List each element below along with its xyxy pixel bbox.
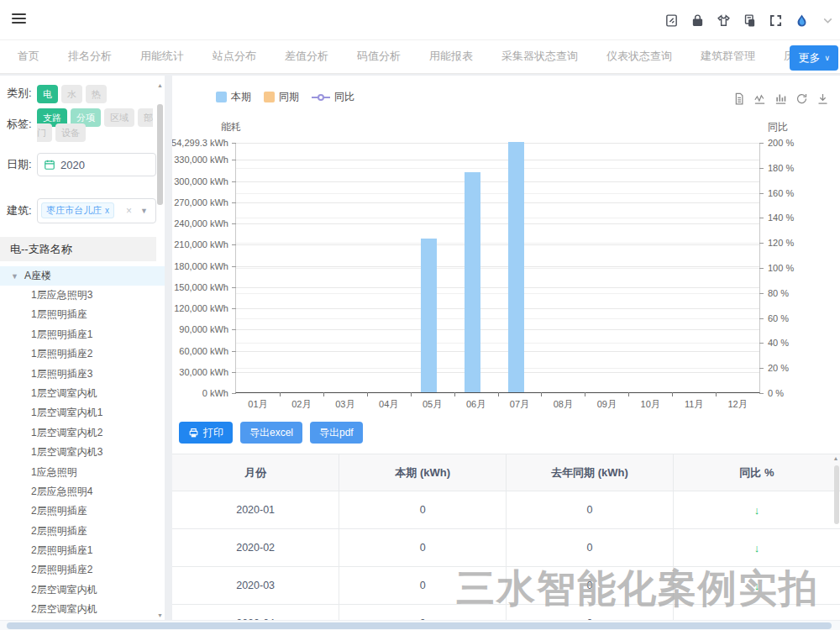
table-cell: 2020-02 [172,529,339,567]
export-pdf-label: 导出pdf [319,426,354,440]
right-axis-tick [759,218,764,218]
nav-tab-码值分析[interactable]: 码值分析 [343,40,415,74]
scrollbar-thumb[interactable] [157,104,163,205]
bar-06月[interactable] [465,172,480,392]
table-header-cell: 月份 [172,454,339,491]
legend-item-本期[interactable]: 本期 [216,90,251,104]
nav-tab-建筑群管理[interactable]: 建筑群管理 [686,40,769,74]
print-button[interactable]: 打印 [179,422,233,444]
export-excel-button[interactable]: 导出excel [240,422,302,444]
tree-node-leaf[interactable]: 1层空调室内机2 [0,423,165,443]
table-scrollbar-thumb[interactable] [834,465,839,524]
tree-node-leaf[interactable]: 1层照明插座1 [0,325,165,344]
tree-node-leaf[interactable]: 2层照明插座 [0,522,165,541]
tree-node-leaf[interactable]: 2层应急照明4 [0,482,165,501]
more-button[interactable]: 更多 ∨ [790,45,838,71]
tag-close-icon[interactable]: x [105,206,109,216]
tree-node-leaf[interactable]: 2层空调室内机 [0,580,165,600]
legend-item-同比[interactable]: 同比 [312,90,354,104]
nav-tab-label: 码值分析 [357,50,401,62]
horizontal-scrollbar[interactable] [0,621,840,630]
bar-chart-icon[interactable] [774,92,787,105]
top-bar [0,0,840,40]
table-row: 2020-0400↓ [172,605,840,621]
nav-tab-label: 用能统计 [140,50,184,62]
left-axis-tick [232,372,236,373]
theme-shirt-icon[interactable] [716,13,731,28]
sidebar-scrollbar[interactable]: ▲ ▼ [155,82,165,618]
gridline-left-axis [236,287,759,288]
export-pdf-button[interactable]: 导出pdf [310,422,363,444]
gridline-right-axis [236,318,759,319]
horizontal-scrollbar-thumb[interactable] [7,622,832,629]
tree-node-leaf[interactable]: 2层照明插座1 [0,541,165,560]
line-chart-icon[interactable] [753,92,766,105]
table-header-row: 月份本期 (kWh)去年同期 (kWh)同比 % [172,454,840,491]
tree-node-leaf[interactable]: 2层照明插座 [0,501,165,521]
down-arrow-icon: ↓ [673,605,840,621]
right-axis-tick-label: 140 % [768,213,794,223]
select-clear-icon[interactable]: × [126,205,132,217]
gridline-left-axis [236,372,759,373]
gridline-right-axis [236,243,759,244]
edit-note-icon[interactable] [664,13,679,28]
right-axis-tick [759,368,764,369]
scroll-down-icon[interactable]: ▼ [155,612,165,618]
left-axis-tick [232,143,236,144]
print-button-label: 打印 [203,426,223,440]
tree-node-leaf[interactable]: 1应急照明 [0,463,165,482]
tree-node-leaf[interactable]: 1层应急照明3 [0,286,165,305]
nav-tab-排名分析[interactable]: 排名分析 [54,40,126,74]
right-axis-name: 同比 [768,120,788,134]
fullscreen-icon[interactable] [768,13,783,28]
data-view-icon[interactable] [732,92,745,105]
brand-water-logo[interactable] [794,13,809,28]
left-axis-tick-label: 300,000 kWh [174,176,228,186]
legend-marker-square [216,92,227,102]
x-axis-label: 07月 [510,398,529,411]
tag-chip-区域[interactable]: 区域 [104,108,134,127]
tag-chip-设备[interactable]: 设备 [55,123,86,142]
tree-node-leaf[interactable]: 2层照明插座2 [0,560,165,580]
tree-collapse-icon[interactable]: ▼ [11,272,18,281]
tree-node-parent[interactable]: ▼A座楼 [0,266,165,286]
bar-07月[interactable] [508,142,524,392]
x-axis-label: 09月 [597,398,617,411]
language-card-icon[interactable] [742,13,757,28]
tree-node-leaf[interactable]: 1层照明插座2 [0,344,165,364]
category-chip-热[interactable]: 热 [86,85,107,103]
x-axis-tick [498,392,499,396]
left-axis-tick-label: 270,000 kWh [174,197,228,207]
tree-node-leaf[interactable]: 2层空调室内机 [0,600,165,619]
category-chip-电[interactable]: 电 [37,85,58,103]
tree-node-leaf[interactable]: 1层空调室内机 [0,384,165,403]
chevron-down-icon[interactable] [820,13,835,28]
category-chip-水[interactable]: 水 [61,85,82,103]
save-image-icon[interactable] [816,92,829,105]
tree-node-leaf[interactable]: 1层空调室内机1 [0,403,165,423]
menu-hamburger-icon[interactable] [12,13,26,24]
legend-item-同期[interactable]: 同期 [264,90,299,104]
nav-tab-用能统计[interactable]: 用能统计 [126,40,198,74]
lock-icon[interactable] [690,13,705,28]
table-scroll-up-icon[interactable]: ▲ [832,455,839,461]
tree-node-leaf[interactable]: 1层空调室内机3 [0,443,165,462]
nav-tab-用能报表[interactable]: 用能报表 [415,40,487,74]
nav-tab-首页[interactable]: 首页 [3,40,54,74]
scroll-up-icon[interactable]: ▲ [155,82,165,88]
restore-icon[interactable] [795,92,808,105]
left-axis-tick [232,202,236,203]
nav-tab-采集器状态查询[interactable]: 采集器状态查询 [487,40,592,74]
left-axis-tick [232,223,236,224]
bar-05月[interactable] [421,239,437,392]
nav-tab-仪表状态查询[interactable]: 仪表状态查询 [592,40,686,74]
x-axis-tick [367,392,368,396]
date-input[interactable]: 2020 [37,153,156,176]
select-caret-icon[interactable]: ▼ [140,207,148,215]
building-select[interactable]: 枣庄市台儿庄 x × ▼ [37,198,156,223]
tree-node-leaf[interactable]: 1层照明插座3 [0,365,165,384]
tree-node-leaf[interactable]: 1层照明插座 [0,305,165,324]
right-axis-tick-label: 40 % [768,338,789,348]
nav-tab-差值分析[interactable]: 差值分析 [270,40,343,74]
nav-tab-站点分布[interactable]: 站点分布 [198,40,270,74]
